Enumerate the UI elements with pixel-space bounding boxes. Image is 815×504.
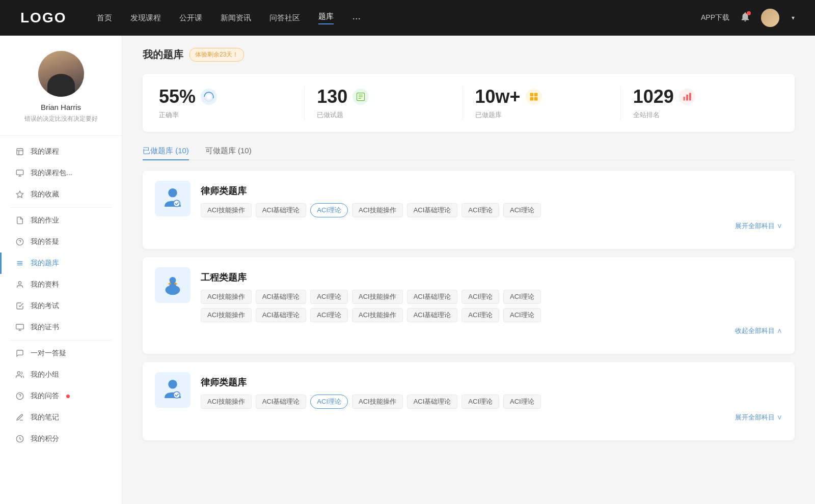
star-icon	[15, 190, 24, 199]
stat-accuracy-number: 55%	[159, 86, 196, 107]
lawyer-icon-2	[160, 378, 185, 402]
tag-eng-6[interactable]: ACI理论	[503, 290, 541, 304]
tag-lawyer2-1[interactable]: ACI基础理论	[256, 395, 307, 409]
tag-lawyer-1-6[interactable]: ACI理论	[503, 203, 541, 217]
qbank-card-engineer: 工程类题库 ACI技能操作 ACI基础理论 ACI理论 ACI技能操作 ACI基…	[143, 257, 795, 354]
tag-eng-8[interactable]: ACI基础理论	[256, 308, 307, 322]
svg-rect-3	[16, 170, 23, 175]
tag-eng-7[interactable]: ACI技能操作	[201, 308, 252, 322]
trial-badge: 体验剩余23天！	[189, 48, 244, 62]
sidebar-label-profile: 我的资料	[31, 280, 59, 289]
user-profile: Brian Harris 错误的决定比没有决定要好	[0, 51, 122, 136]
tag-eng-10[interactable]: ACI技能操作	[352, 308, 403, 322]
stat-done-banks-label: 已做题库	[475, 110, 502, 120]
tag-lawyer-1-2[interactable]: ACI理论	[310, 203, 348, 217]
tag-lawyer-1-3[interactable]: ACI技能操作	[352, 203, 403, 217]
sidebar-item-group[interactable]: 我的小组	[0, 364, 122, 385]
tab-available-banks[interactable]: 可做题库 (10)	[205, 142, 252, 160]
svg-marker-6	[16, 191, 23, 198]
nav-news[interactable]: 新闻资讯	[221, 13, 251, 23]
qa-icon	[15, 391, 24, 401]
tags-row-lawyer-1: ACI技能操作 ACI基础理论 ACI理论 ACI技能操作 ACI基础理论 AC…	[201, 203, 782, 217]
tag-eng-13[interactable]: ACI理论	[503, 308, 541, 322]
tag-lawyer-1-0[interactable]: ACI技能操作	[201, 203, 252, 217]
tag-lawyer2-6[interactable]: ACI理论	[503, 395, 541, 409]
expand-link-lawyer-2[interactable]: 展开全部科目 ∨	[201, 413, 782, 422]
tag-lawyer2-4[interactable]: ACI基础理论	[407, 395, 458, 409]
tag-lawyer2-0[interactable]: ACI技能操作	[201, 395, 252, 409]
pie-chart-icon	[204, 92, 214, 102]
nav-qa[interactable]: 问答社区	[269, 13, 300, 23]
sidebar-item-homework[interactable]: 我的作业	[0, 210, 122, 231]
sidebar-item-question[interactable]: 我的答疑	[0, 231, 122, 253]
svg-rect-22	[530, 93, 533, 97]
svg-point-9	[18, 282, 21, 284]
accuracy-icon	[201, 89, 217, 105]
svg-rect-26	[683, 97, 685, 101]
sidebar-item-course[interactable]: 我的课程	[0, 141, 122, 162]
tag-eng-3[interactable]: ACI技能操作	[352, 290, 403, 304]
tag-eng-5[interactable]: ACI理论	[461, 290, 499, 304]
sidebar-item-oneone[interactable]: 一对一答疑	[0, 343, 122, 364]
stat-ranking: 1029 全站排名	[621, 86, 778, 120]
tag-eng-9[interactable]: ACI理论	[310, 308, 348, 322]
main-content: 我的题库 体验剩余23天！ 55% 正确率	[122, 36, 815, 504]
app-download-button[interactable]: APP下载	[701, 13, 729, 22]
tag-eng-1[interactable]: ACI基础理论	[256, 290, 307, 304]
tag-lawyer-1-4[interactable]: ACI基础理论	[407, 203, 458, 217]
homework-icon	[15, 216, 24, 225]
question-icon	[15, 237, 24, 246]
user-avatar-header[interactable]	[761, 9, 779, 27]
user-menu-chevron[interactable]: ▾	[792, 14, 795, 21]
sidebar-item-cert[interactable]: 我的证书	[0, 317, 122, 338]
tag-eng-4[interactable]: ACI基础理论	[407, 290, 458, 304]
nav-more[interactable]: ···	[352, 12, 361, 24]
lawyer-icon	[160, 186, 185, 211]
tag-lawyer2-3[interactable]: ACI技能操作	[352, 395, 403, 409]
sidebar-item-points[interactable]: 我的积分	[0, 428, 122, 450]
note-icon	[15, 413, 24, 422]
svg-rect-34	[171, 283, 174, 285]
avatar	[38, 51, 84, 97]
nav-discover[interactable]: 发现课程	[130, 13, 161, 23]
collapse-link-engineer[interactable]: 收起全部科目 ∧	[201, 326, 782, 335]
tag-lawyer-1-1[interactable]: ACI基础理论	[256, 203, 307, 217]
tab-done-banks[interactable]: 已做题库 (10)	[143, 142, 189, 160]
sidebar-item-qa[interactable]: 我的问答	[0, 385, 122, 407]
sidebar-item-favorites[interactable]: 我的收藏	[0, 184, 122, 205]
bar-chart-icon	[682, 92, 692, 102]
sidebar-item-exam[interactable]: 我的考试	[0, 295, 122, 317]
tag-lawyer-1-5[interactable]: ACI理论	[461, 203, 499, 217]
sidebar-menu: 我的课程 我的课程包... 我的收藏 我的作业	[0, 136, 122, 455]
page-layout: Brian Harris 错误的决定比没有决定要好 我的课程 我的课程包...	[0, 36, 815, 504]
nav-home[interactable]: 首页	[97, 13, 112, 23]
tabs-row: 已做题库 (10) 可做题库 (10)	[143, 142, 795, 160]
package-icon	[15, 169, 24, 178]
svg-rect-23	[534, 93, 537, 97]
tag-eng-11[interactable]: ACI基础理论	[407, 308, 458, 322]
tags-section-lawyer-1: 律师类题库 ACI技能操作 ACI基础理论 ACI理论 ACI技能操作 ACI基…	[201, 181, 782, 231]
sidebar-item-package[interactable]: 我的课程包...	[0, 162, 122, 184]
stat-done-questions-number: 130	[317, 86, 347, 107]
tag-eng-2[interactable]: ACI理论	[310, 290, 348, 304]
qa-notification-dot	[66, 395, 70, 398]
header-right: APP下载 ▾	[701, 9, 795, 27]
sidebar-label-homework: 我的作业	[31, 216, 59, 225]
nav-open-course[interactable]: 公开课	[179, 13, 202, 23]
tag-eng-0[interactable]: ACI技能操作	[201, 290, 252, 304]
oneone-icon	[15, 349, 24, 358]
tag-lawyer2-5[interactable]: ACI理论	[461, 395, 499, 409]
notification-bell[interactable]	[740, 11, 751, 24]
sidebar-label-cert: 我的证书	[31, 323, 59, 332]
svg-point-29	[168, 188, 177, 198]
sidebar-item-bank[interactable]: 我的题库	[0, 253, 122, 274]
expand-link-lawyer-1[interactable]: 展开全部科目 ∨	[201, 221, 782, 231]
svg-point-30	[174, 200, 180, 207]
qbank-header-lawyer-1: 律师类题库 ACI技能操作 ACI基础理论 ACI理论 ACI技能操作 ACI基…	[155, 181, 782, 231]
sidebar-item-note[interactable]: 我的笔记	[0, 407, 122, 428]
list-check-icon	[356, 92, 366, 102]
tag-eng-12[interactable]: ACI理论	[461, 308, 499, 322]
sidebar-item-profile[interactable]: 我的资料	[0, 274, 122, 295]
tag-lawyer2-2[interactable]: ACI理论	[310, 395, 348, 409]
nav-bank[interactable]: 题库	[318, 12, 334, 24]
